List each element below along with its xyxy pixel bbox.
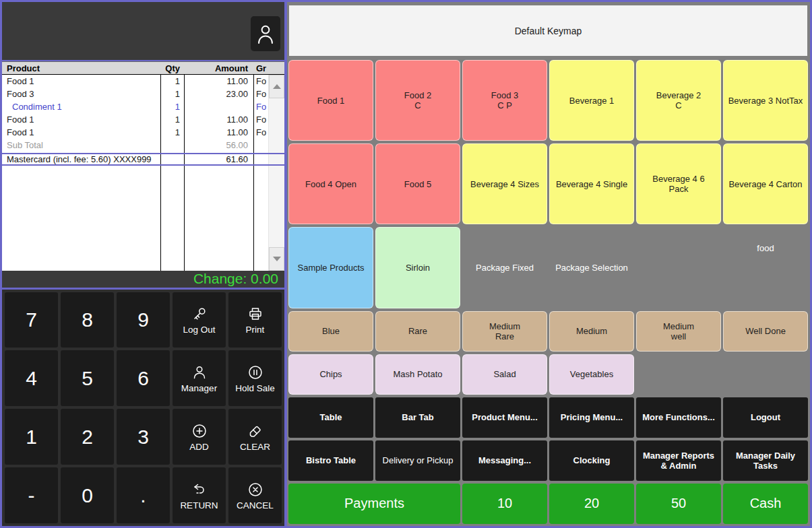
receipt-row-food-3[interactable]: Food 3123.00Fo	[2, 88, 284, 100]
keymap-button-beverage-4-sizes[interactable]: Beverage 4 Sizes	[462, 143, 547, 224]
keymap-button-food-2-c[interactable]: Food 2 C	[375, 60, 460, 141]
keymap-button-payments[interactable]: Payments	[288, 484, 460, 524]
receipt-cell-gr: Fo	[253, 127, 271, 137]
keymap-button-logout[interactable]: Logout	[723, 397, 808, 438]
eraser-icon	[247, 422, 263, 440]
receipt-row-sub-total[interactable]: Sub Total56.00	[2, 139, 284, 152]
keymap-button-beverage-3-nottax[interactable]: Beverage 3 NotTax	[723, 60, 808, 141]
manager-button[interactable]: Manager	[173, 350, 226, 406]
keymap-button-package-selection[interactable]: Package Selection	[549, 227, 634, 308]
receipt-cell-gr: Fo	[253, 114, 271, 125]
numpad-key-0[interactable]: 0	[61, 467, 114, 523]
keymap-button-beverage-4-6-pack[interactable]: Beverage 4 6 Pack	[636, 143, 721, 224]
keymap-button-delivery-or-pickup[interactable]: Delivery or Pickup	[375, 440, 460, 481]
payment-row-selected[interactable]: Mastercard (incl. fee: 5.60) XXXX999 61.…	[2, 153, 284, 166]
receipt-row-food-1[interactable]: Food 1111.00Fo	[2, 126, 284, 139]
keymap-button-mash-potato[interactable]: Mash Potato	[375, 354, 460, 395]
keymap-button-bistro-table[interactable]: Bistro Table	[288, 440, 373, 481]
keymap-button-food-4-open[interactable]: Food 4 Open	[288, 143, 373, 224]
receipt-panel: Product Qty Amount Gr	[2, 61, 284, 271]
column-header-qty: Qty	[160, 63, 184, 73]
keymap-button-food-5[interactable]: Food 5	[375, 143, 460, 224]
button-label: ADD	[189, 442, 209, 452]
numpad-key-1[interactable]: 1	[5, 409, 58, 465]
numpad-key-8[interactable]: 8	[61, 292, 114, 348]
left-panel: Product Qty Amount Gr	[2, 2, 287, 526]
receipt-row-condiment-1[interactable]: Condiment 11Fo	[2, 100, 284, 113]
receipt-cell-qty: 1	[160, 76, 184, 86]
keymap-button-50[interactable]: 50	[636, 484, 721, 524]
numpad-key-4[interactable]: 4	[5, 350, 58, 406]
button-label: Log Out	[183, 325, 215, 335]
keymap-button-messaging[interactable]: Messaging...	[462, 440, 547, 481]
button-label: CANCEL	[237, 500, 274, 510]
receipt-cell-qty: 1	[160, 114, 184, 125]
user-button[interactable]	[251, 16, 280, 51]
keymap-button-package-fixed[interactable]: Package Fixed	[462, 227, 547, 308]
keymap-button-20[interactable]: 20	[549, 484, 634, 524]
keymap-button-beverage-4-carton[interactable]: Beverage 4 Carton	[723, 143, 808, 224]
keymap-panel: Default Keymap Food 1Food 2 CFood 3 C PB…	[287, 2, 810, 526]
keymap-button-10[interactable]: 10	[462, 484, 547, 524]
top-bar	[2, 2, 284, 60]
keymap-button-medium[interactable]: Medium	[549, 311, 634, 352]
button-label: RETURN	[180, 500, 218, 510]
keymap-button-manager-reports-admin[interactable]: Manager Reports & Admin	[636, 440, 721, 481]
numpad-key-9[interactable]: 9	[117, 292, 170, 348]
receipt-rows: Food 1111.00FoFood 3123.00FoCondiment 11…	[2, 75, 284, 152]
keymap-button-food-3-c-p[interactable]: Food 3 C P	[462, 60, 547, 141]
receipt-row-food-1[interactable]: Food 1111.00Fo	[2, 75, 284, 88]
keymap-button-vegetables[interactable]: Vegetables	[549, 354, 634, 395]
keymap-button-food-1[interactable]: Food 1	[288, 60, 373, 141]
receipt-cell-product: Food 1	[2, 76, 160, 86]
numpad-key-2[interactable]: 2	[61, 409, 114, 465]
keymap-button-sample-products[interactable]: Sample Products	[288, 227, 373, 308]
print-button[interactable]: Print	[228, 292, 282, 348]
numpad-key-5[interactable]: 5	[61, 350, 114, 406]
hold-sale-button[interactable]: Hold Sale	[228, 350, 282, 406]
change-bar: Change: 0.00	[2, 271, 284, 288]
plus-circle-icon	[191, 422, 208, 440]
scroll-down-button[interactable]	[269, 247, 284, 271]
cancel-button[interactable]: CANCEL	[228, 467, 282, 523]
numpad-key-3[interactable]: 3	[117, 409, 170, 465]
keymap-button-beverage-1[interactable]: Beverage 1	[549, 60, 634, 141]
keymap-grid: Food 1Food 2 CFood 3 C PBeverage 1Bevera…	[288, 60, 808, 524]
keymap-button-medium-well[interactable]: Medium well	[636, 311, 721, 352]
person-icon	[191, 364, 208, 381]
keymap-button-more-functions[interactable]: More Functions...	[636, 397, 721, 438]
keymap-button-beverage-4-single[interactable]: Beverage 4 Single	[549, 143, 634, 224]
add-button[interactable]: ADD	[173, 409, 226, 465]
keymap-button-pricing-menu[interactable]: Pricing Menu...	[549, 397, 634, 438]
column-header-product: Product	[2, 63, 160, 73]
numpad-key-6[interactable]: 6	[117, 350, 170, 406]
clear-button[interactable]: CLEAR	[228, 409, 282, 465]
receipt-cell-product: Food 1	[2, 114, 160, 125]
printer-icon	[247, 305, 263, 323]
keymap-button-sirloin[interactable]: Sirloin	[375, 227, 460, 308]
log-out-button[interactable]: Log Out	[173, 292, 226, 348]
keymap-button-product-menu[interactable]: Product Menu...	[462, 397, 547, 438]
return-button[interactable]: RETURN	[173, 467, 226, 523]
keymap-button-rare[interactable]: Rare	[375, 311, 460, 352]
button-label: Print	[246, 325, 265, 335]
receipt-body: Food 1111.00FoFood 3123.00FoCondiment 11…	[2, 75, 284, 271]
keymap-button-salad[interactable]: Salad	[462, 354, 547, 395]
keymap-button-chips[interactable]: Chips	[288, 354, 373, 395]
keymap-button-well-done[interactable]: Well Done	[723, 311, 808, 352]
keymap-button-manager-daily-tasks[interactable]: Manager Daily Tasks	[723, 440, 808, 481]
receipt-cell-product: Food 3	[2, 89, 160, 99]
receipt-cell-amount: 56.00	[184, 140, 253, 150]
numpad-key-7[interactable]: 7	[5, 292, 58, 348]
keymap-button-blue[interactable]: Blue	[288, 311, 373, 352]
keymap-button-clocking[interactable]: Clocking	[549, 440, 634, 481]
numpad-key-dot[interactable]: .	[117, 467, 170, 523]
keymap-button-table[interactable]: Table	[288, 397, 373, 438]
keymap-button-bar-tab[interactable]: Bar Tab	[375, 397, 460, 438]
keymap-button-medium-rare[interactable]: Medium Rare	[462, 311, 547, 352]
receipt-row-food-1[interactable]: Food 1111.00Fo	[2, 113, 284, 126]
numpad-key-minus[interactable]: -	[5, 467, 58, 523]
keymap-button-cash[interactable]: Cash	[723, 484, 808, 524]
key-icon	[191, 305, 208, 323]
keymap-button-beverage-2-c[interactable]: Beverage 2 C	[636, 60, 721, 141]
